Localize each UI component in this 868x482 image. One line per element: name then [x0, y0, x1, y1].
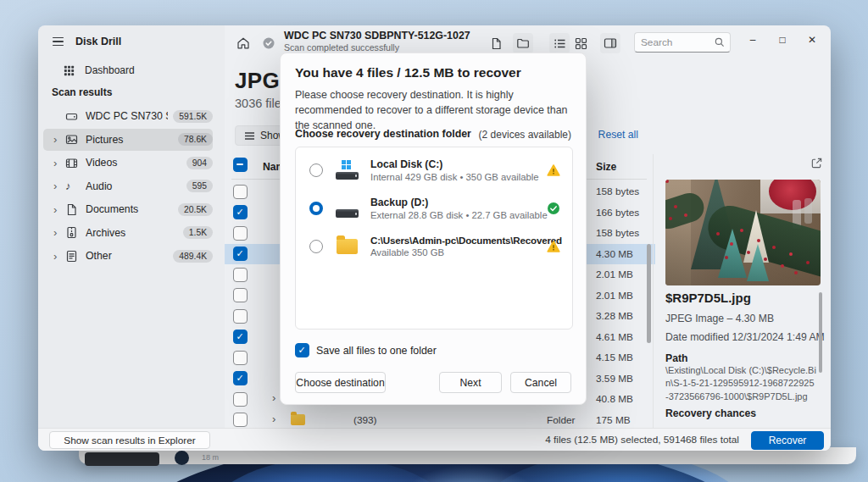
- sidebar-item-pictures[interactable]: › Pictures 78.6K: [43, 129, 213, 151]
- show-in-explorer-button[interactable]: Show scan results in Explorer: [49, 431, 210, 449]
- drive-icon: [65, 110, 86, 123]
- table-row-folder[interactable]: ›(393)Folder175 MB: [225, 410, 655, 429]
- folder-name-fragment: (393): [353, 414, 377, 426]
- row-checkbox[interactable]: [233, 205, 248, 219]
- destination-option-recovered-folder[interactable]: C:\Users\Admin-pc\Documents\Recovered Av…: [296, 227, 572, 265]
- row-checkbox[interactable]: [233, 288, 248, 302]
- preview-filename: $R9P7D5L.jpg: [665, 291, 751, 305]
- select-all-checkbox[interactable]: [233, 158, 248, 172]
- save-all-files-option[interactable]: Save all files to one folder: [295, 343, 437, 357]
- preview-date-modified: Date modified 12/31/2024 1:49 AM: [665, 331, 825, 343]
- sidebar-item-label: Pictures: [86, 134, 173, 146]
- destination-section-label: Choose recovery destination folder: [295, 128, 471, 140]
- panel-divider: [653, 154, 654, 428]
- save-all-checkbox[interactable]: [295, 343, 309, 357]
- row-checkbox[interactable]: [233, 392, 248, 407]
- desktop: 18 m Disk Drill Dashboard Scan results W…: [0, 0, 868, 482]
- audio-icon: ♪: [65, 180, 86, 192]
- sidebar-item-dashboard[interactable]: Dashboard: [64, 60, 135, 80]
- count-badge: 595: [186, 180, 213, 192]
- sidebar-item-label: Documents: [86, 203, 173, 215]
- chevron-right-icon[interactable]: ›: [53, 204, 65, 215]
- folder-icon: [291, 414, 305, 425]
- list-scrollbar[interactable]: [647, 244, 651, 343]
- radio-unselected[interactable]: [309, 240, 323, 253]
- file-type-heading: JPG: [235, 68, 280, 94]
- chevron-right-icon[interactable]: ›: [53, 227, 65, 238]
- file-type: Folder: [547, 414, 575, 426]
- row-checkbox[interactable]: [233, 309, 248, 324]
- file-size: 4.15 MB: [596, 352, 633, 363]
- panel-scrollbar[interactable]: [819, 292, 822, 373]
- save-all-label: Save all files to one folder: [316, 345, 437, 357]
- archives-icon: [65, 226, 86, 239]
- radio-selected[interactable]: [309, 202, 323, 215]
- dashboard-label: Dashboard: [85, 64, 135, 76]
- chevron-right-icon[interactable]: ›: [53, 251, 65, 262]
- chevron-right-icon[interactable]: ›: [53, 158, 65, 169]
- system-drive-icon: [335, 159, 360, 181]
- file-size: 4.61 MB: [596, 331, 633, 343]
- sidebar-item-videos[interactable]: › Videos 904: [43, 152, 213, 174]
- sidebar-item-documents[interactable]: › Documents 20.5K: [43, 198, 213, 220]
- image-preview: [665, 180, 821, 285]
- sidebar-item-device[interactable]: WDC PC SN730 SDBP... 591.5K: [43, 105, 213, 127]
- row-checkbox[interactable]: [233, 371, 248, 385]
- row-checkbox[interactable]: [233, 268, 248, 282]
- next-button[interactable]: Next: [439, 372, 502, 393]
- sidebar-item-label: Videos: [86, 157, 181, 169]
- row-checkbox[interactable]: [233, 330, 248, 344]
- chevron-right-icon[interactable]: ›: [53, 134, 65, 145]
- hamburger-menu-icon[interactable]: [50, 35, 66, 49]
- selection-summary: 4 files (12.5 MB) selected, 591468 files…: [545, 434, 739, 446]
- maximize-button[interactable]: □: [770, 30, 795, 50]
- count-badge: 904: [186, 157, 213, 169]
- destination-option-backup[interactable]: Backup (D:) External 28.8 GB disk • 22.7…: [296, 189, 572, 227]
- background-window-avatar: [175, 451, 189, 465]
- videos-icon: [65, 157, 86, 169]
- destination-name: C:\Users\Admin-pc\Documents\Recovered: [370, 235, 540, 246]
- row-checkbox[interactable]: [233, 226, 248, 241]
- destination-details: External 28.8 GB disk • 22.7 GB availabl…: [370, 210, 540, 220]
- file-size: 158 bytes: [596, 186, 639, 197]
- sidebar-item-audio[interactable]: › ♪ Audio 595: [43, 175, 213, 197]
- recover-button[interactable]: Recover: [751, 431, 824, 450]
- destination-details: Internal 429 GB disk • 350 GB available: [370, 172, 540, 182]
- external-drive-icon: [335, 197, 360, 219]
- radio-unselected[interactable]: [309, 163, 323, 177]
- sidebar-item-label: Archives: [86, 227, 178, 239]
- sidebar-item-label: Other: [86, 250, 168, 262]
- file-size: 2.01 MB: [596, 269, 633, 280]
- open-external-icon[interactable]: [810, 157, 823, 169]
- sidebar-item-label: Audio: [86, 180, 181, 192]
- sidebar-item-archives[interactable]: › Archives 1.5K: [43, 222, 213, 244]
- choose-destination-button[interactable]: Choose destination: [295, 372, 386, 393]
- dialog-description: Please choose recovery destination. It i…: [295, 88, 573, 134]
- path-value: \Existing\Local Disk (C:)\$Recycle.Bin\S…: [665, 364, 816, 403]
- row-checkbox[interactable]: [233, 185, 248, 199]
- sidebar: Disk Drill Dashboard Scan results WDC PC…: [38, 25, 225, 428]
- background-window-fragment: [85, 452, 159, 466]
- row-checkbox[interactable]: [233, 413, 248, 427]
- file-size: 2.01 MB: [596, 290, 633, 302]
- chevron-right-icon[interactable]: ›: [53, 180, 65, 191]
- file-size: 3.59 MB: [596, 373, 633, 385]
- sidebar-item-other[interactable]: › Other 489.4K: [43, 245, 213, 267]
- minimize-button[interactable]: –: [740, 30, 765, 50]
- row-checkbox[interactable]: [233, 351, 248, 365]
- devices-available-note: (2 devices available): [479, 129, 571, 141]
- destination-name: Backup (D:): [370, 197, 540, 208]
- destination-details: Available 350 GB: [370, 247, 540, 258]
- destination-name: Local Disk (C:): [370, 158, 540, 170]
- count-badge: 591.5K: [173, 110, 213, 123]
- cancel-button[interactable]: Cancel: [510, 372, 571, 393]
- expand-chevron-icon[interactable]: ›: [272, 413, 284, 424]
- row-checkbox[interactable]: [233, 247, 248, 261]
- file-size: 166 bytes: [596, 207, 639, 219]
- file-size: 175 MB: [596, 414, 631, 426]
- path-label: Path: [665, 352, 687, 364]
- close-button[interactable]: ✕: [799, 30, 825, 50]
- count-badge: 489.4K: [173, 250, 213, 263]
- destination-option-local-disk[interactable]: Local Disk (C:) Internal 429 GB disk • 3…: [296, 151, 572, 189]
- reset-all-link[interactable]: Reset all: [598, 129, 638, 141]
